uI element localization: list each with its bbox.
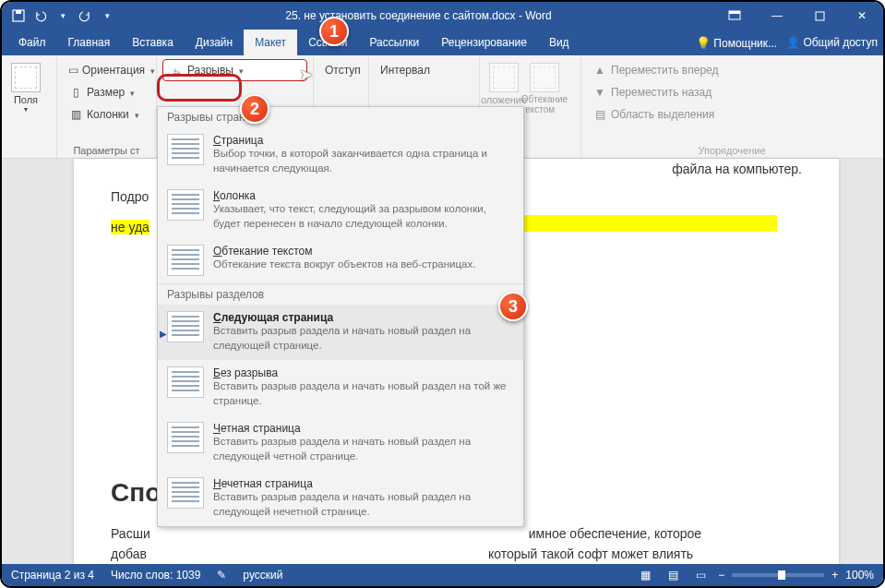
bring-forward-button[interactable]: ▲Переместить вперед [587, 59, 877, 81]
undo-icon[interactable] [31, 6, 50, 25]
column-break-icon [167, 189, 204, 221]
textwrap-break-icon [167, 245, 204, 276]
close-button[interactable]: ✕ [841, 2, 883, 30]
zoom-level[interactable]: 100% [845, 569, 874, 582]
cursor-icon: ➤ [299, 65, 313, 85]
bring-forward-icon: ▲ [592, 63, 607, 78]
send-backward-icon: ▼ [592, 85, 607, 100]
svg-rect-1 [16, 10, 21, 14]
window-title: 25. не установить соединение с сайтом.do… [124, 9, 713, 22]
group-arrange: ▲Переместить вперед ▼Переместить назад ▤… [581, 55, 883, 158]
maximize-button[interactable] [798, 2, 841, 30]
highlight-block [519, 215, 777, 232]
tab-view[interactable]: Вид [538, 30, 580, 55]
badge-1: 1 [319, 17, 349, 46]
size-icon: ▯ [68, 85, 83, 100]
selection-marker-icon: ▶ [160, 328, 167, 338]
badge-3: 3 [498, 292, 528, 321]
status-words[interactable]: Число слов: 1039 [111, 569, 200, 582]
status-language[interactable]: русский [243, 569, 282, 582]
status-page[interactable]: Страница 2 из 4 [11, 569, 94, 582]
menu-item-column[interactable]: КолонкаУказывает, что текст, следующий з… [158, 183, 523, 238]
badge-2: 2 [240, 94, 269, 124]
view-print-icon[interactable]: ▤ [663, 567, 683, 583]
menu-item-continuous[interactable]: Без разрываВставить разрыв раздела и нач… [158, 360, 523, 415]
menu-section-sections: Разрывы разделов [158, 283, 523, 305]
group-label-page-setup: Параметры ст [63, 145, 150, 156]
breaks-button[interactable]: ⎁Разрывы [162, 59, 307, 81]
columns-button[interactable]: ▥Колонки [63, 103, 150, 126]
columns-icon: ▥ [68, 107, 83, 122]
group-page-setup-left: ▭Ориентация ▯Размер ▥Колонки Параметры с… [57, 55, 157, 158]
indent-label: Отступ [319, 59, 363, 81]
selection-pane-icon: ▤ [592, 107, 607, 122]
person-icon: 👤 [786, 36, 800, 49]
even-page-icon [167, 422, 204, 453]
margins-icon [11, 63, 41, 92]
doc-text: Подро [111, 189, 149, 204]
status-bar: Страница 2 из 4 Число слов: 1039 ✎ русск… [2, 564, 883, 586]
minimize-button[interactable]: — [756, 2, 798, 30]
selection-pane-button[interactable]: ▤Область выделения [587, 103, 877, 126]
menu-item-page[interactable]: СтраницаВыбор точки, в которой заканчива… [158, 127, 523, 183]
breaks-icon: ⎁ [169, 63, 184, 78]
title-bar: ▾ ▾ 25. не установить соединение с сайто… [2, 2, 883, 30]
tab-mailings[interactable]: Рассылки [358, 30, 430, 55]
status-proofing-icon[interactable]: ✎ [217, 569, 226, 582]
tab-insert[interactable]: Вставка [121, 30, 185, 55]
doc-text-highlight: не уда [111, 220, 149, 234]
doc-para: добавкоторый такой софт может влиять [111, 544, 802, 564]
view-web-icon[interactable]: ▭ [690, 567, 711, 583]
menu-item-even-page[interactable]: Четная страницаВставить разрыв раздела и… [158, 415, 523, 471]
position-icon [489, 63, 519, 92]
spacing-label: Интервал [375, 59, 473, 81]
svg-rect-3 [729, 11, 740, 14]
menu-item-odd-page[interactable]: Нечетная страницаВставить разрыв раздела… [158, 471, 523, 526]
window-controls: — ✕ [713, 2, 883, 30]
send-backward-button[interactable]: ▼Переместить назад [587, 81, 877, 103]
zoom-out-button[interactable]: − [718, 569, 724, 582]
tab-review[interactable]: Рецензирование [430, 30, 538, 55]
tab-layout[interactable]: Макет [244, 30, 297, 55]
group-margins: Поля▾ [2, 55, 57, 158]
ribbon-tabs: Файл Главная Вставка Дизайн Макет Ссылки… [2, 30, 883, 55]
menu-section-pages: Разрывы страниц [158, 107, 523, 127]
view-read-icon[interactable]: ▦ [635, 567, 655, 583]
share-button[interactable]: 👤 Общий доступ [786, 36, 878, 49]
menu-item-next-page[interactable]: ▶ Следующая страницаВставить разрыв разд… [158, 305, 523, 360]
zoom-in-button[interactable]: + [831, 569, 838, 582]
quick-access-toolbar: ▾ ▾ [2, 6, 124, 25]
tab-design[interactable]: Дизайн [185, 30, 244, 55]
orientation-button[interactable]: ▭Ориентация [63, 59, 150, 81]
orientation-icon: ▭ [68, 63, 78, 78]
menu-item-text-wrap[interactable]: Обтекание текстомОбтекание текста вокруг… [158, 238, 523, 283]
ribbon-display-icon[interactable] [713, 2, 756, 30]
wrap-icon [530, 63, 559, 92]
svg-rect-4 [816, 12, 824, 20]
tab-home[interactable]: Главная [57, 30, 122, 55]
doc-text: файла на компьютер. [672, 162, 802, 176]
size-button[interactable]: ▯Размер [63, 81, 150, 103]
group-label-arrange: Упорядочение [587, 145, 877, 156]
page-break-icon [167, 134, 204, 165]
lightbulb-icon: 💡 [696, 36, 711, 50]
continuous-icon [167, 366, 204, 398]
wrap-text-button[interactable]: Обтекание текстом [526, 59, 563, 118]
qat-customize-icon[interactable]: ▾ [98, 6, 116, 25]
zoom-slider[interactable] [732, 573, 824, 577]
next-page-icon [167, 311, 204, 342]
margins-button[interactable]: Поля▾ [7, 59, 44, 117]
odd-page-icon [167, 477, 204, 509]
tab-file[interactable]: Файл [7, 30, 57, 55]
qat-more-icon[interactable]: ▾ [54, 6, 72, 25]
redo-icon[interactable] [76, 6, 94, 25]
tell-me[interactable]: 💡 Помощник... [696, 36, 777, 50]
save-icon[interactable] [9, 6, 28, 25]
breaks-menu: Разрывы страниц СтраницаВыбор точки, в к… [157, 106, 524, 527]
